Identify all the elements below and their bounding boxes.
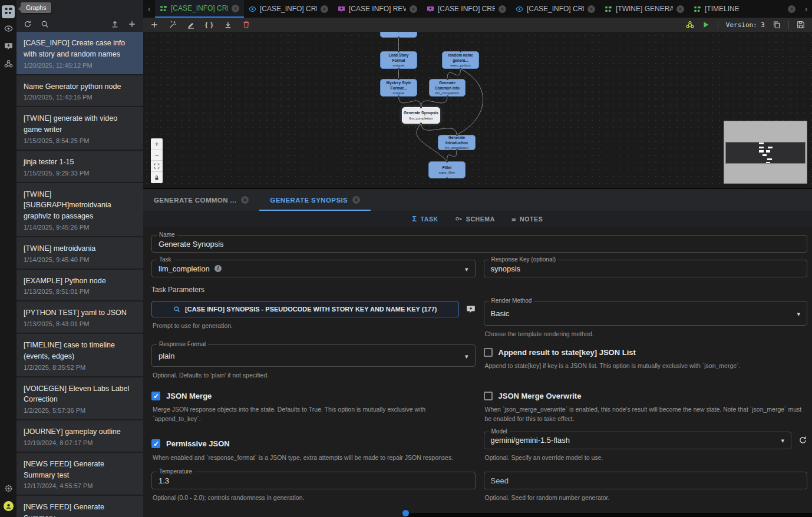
graph-node[interactable]: random name genera...exec_python [442,51,479,69]
graph-canvas[interactable]: + − state_inkeyLoad Story Formatsnippetr… [143,32,812,188]
horizontal-scrollbar[interactable] [406,513,812,517]
editor-tab-2[interactable]: [CASE INFO] REVI...× [333,0,422,18]
response-key-field[interactable]: Response Key (optional) synopsis [484,260,808,277]
webhook-icon [4,59,13,71]
account-avatar[interactable] [4,501,14,511]
checkbox[interactable] [484,348,493,357]
lock-button[interactable] [151,172,163,183]
prompts-nav-button[interactable] [2,41,15,54]
notes-icon [511,215,516,224]
close-icon[interactable]: × [587,5,595,13]
zoom-out-button[interactable]: − [151,150,163,161]
name-field[interactable]: Name Generate Synopsis [151,235,807,253]
list-item[interactable]: [VOICEGEN] Eleven Labs Label Correction1… [16,377,143,420]
graph-node[interactable]: Generate Introductionllm_completion [438,135,476,150]
graph-node[interactable]: state_inkey [380,32,417,38]
scroll-handle[interactable] [402,510,409,516]
refresh-models-button[interactable] [798,436,807,445]
list-item[interactable]: [TIMELINE] case to timeline (events, edg… [16,334,143,376]
append-to-key-checkbox[interactable]: Append result to state[key] JSON List [484,347,808,357]
list-item[interactable]: [EXAMPLE] Python node1/13/2025, 8:51:01 … [16,270,143,301]
permissive-json-checkbox[interactable]: Permissive JSON [151,439,476,449]
prompt-select-button[interactable]: [CASE INFO] SYNOPSIS - PSEUDOCODE WITH S… [151,301,459,317]
temperature-field[interactable]: Temperature 1.3 [151,472,476,489]
seed-helper: Optional. Seed for random number generat… [485,493,807,502]
info-icon[interactable] [214,265,222,272]
hooks-nav-button[interactable] [2,58,15,71]
close-icon[interactable] [241,196,249,204]
list-item[interactable]: [NEWS FEED] Generate Summary test12/17/2… [16,453,143,495]
list-item[interactable]: [NEWS FEED] Generate Summary12/17/2024, … [16,496,143,517]
editor-tab-bar: ‹ [CASE_INFO] CRE...×[CASE_INFO] CRE...×… [143,0,812,18]
close-icon[interactable]: × [676,5,684,13]
close-icon[interactable]: × [788,5,796,13]
fit-view-button[interactable] [151,161,163,172]
close-icon[interactable]: × [499,5,506,13]
model-select[interactable]: Model gemini/gemini-1.5-flash [484,432,792,449]
graph-node[interactable]: Mystery Style Format...snippet [380,79,417,97]
tab-schema[interactable]: SCHEMA [455,215,495,224]
add-node-button[interactable] [150,21,159,29]
tabs-scroll-left-button[interactable]: ‹ [143,0,155,18]
editor-tab-3[interactable]: [CASE INFO] CRE...× [422,0,511,18]
render-method-select[interactable]: Render Method Basic [484,301,808,326]
response-format-select[interactable]: Response Format plain [151,344,476,367]
upload-icon[interactable] [111,20,119,28]
minimap-node [763,154,767,157]
list-item[interactable]: [TWINE][SUBGRAPH]metroidvania graphviz t… [16,183,143,236]
close-icon[interactable]: × [321,5,328,13]
close-icon[interactable] [352,196,360,204]
watchers-nav-button[interactable] [2,23,15,36]
json-merge-checkbox[interactable]: JSON Merge [151,390,476,401]
checkbox[interactable] [151,392,160,400]
play-button[interactable] [702,21,710,29]
auto-layout-wand-button[interactable] [169,21,177,29]
editor-tab-0[interactable]: [CASE_INFO] CRE...× [155,0,244,18]
download-icon[interactable] [224,21,232,29]
edit-title-pencil-button[interactable] [187,21,195,29]
editor-tab-4[interactable]: [CASE_INFO] CRE...× [511,0,600,18]
refresh-icon[interactable] [24,20,32,28]
editor-tab-5[interactable]: [TWINE] GENERAT...× [600,0,689,18]
tab-task[interactable]: TASK [412,215,438,223]
list-item[interactable]: [JOURNEY] gameplay outline12/19/2024, 8:… [16,420,143,452]
editor-tab-6[interactable]: [TIMELINE× [689,0,800,18]
tabs-scroll-right-button[interactable]: › [800,0,812,18]
seed-field[interactable]: Seed [484,472,808,489]
list-item[interactable]: [TWINE] metroidvania1/14/2025, 9:45:40 P… [16,237,143,269]
node-tab-generate-synopsis[interactable]: GENERATE SYNOPSIS [259,189,371,211]
json-merge-overwrite-helper: When `json_merge_overwrite` is enabled, … [485,405,807,423]
graph-node[interactable]: Generate Common Infollm_completion [429,79,466,97]
close-icon[interactable]: × [410,5,417,13]
save-icon[interactable] [797,21,805,29]
graph-node[interactable]: Load Story Formatsnippet [380,51,417,69]
checkbox[interactable] [151,439,160,448]
tab-notes[interactable]: NOTES [511,215,543,224]
graph-node[interactable]: Generate Synopsisllm_completion [402,107,440,124]
json-merge-overwrite-checkbox[interactable]: JSON Merge Overwrite [484,390,808,401]
list-item[interactable]: [TWINE] generate with video game writer1… [16,107,143,150]
graph-node[interactable]: Filterstate_filter [428,161,466,178]
zoom-in-button[interactable]: + [151,138,163,150]
add-graph-button[interactable] [128,20,136,28]
task-select[interactable]: Task llm_completion [151,260,476,277]
edit-json-button[interactable]: { } [205,21,214,28]
list-item[interactable]: jinja tester 1-151/15/2025, 9:29:33 PM [16,151,143,182]
append-to-key-helper: Append to state[key] if key is a JSON li… [485,362,807,370]
close-icon[interactable]: × [232,5,239,12]
graphs-nav-button[interactable] [2,5,15,18]
checkbox[interactable] [484,392,493,400]
list-item[interactable]: [PYTHON TEST] yaml to JSON1/13/2025, 8:4… [16,301,143,333]
copy-icon[interactable] [773,21,781,29]
minimap[interactable] [724,121,807,184]
search-icon[interactable] [41,20,49,28]
editor-tab-1[interactable]: [CASE_INFO] CRE...× [244,0,333,18]
list-item[interactable]: [CASE_INFO] Create case info with story … [16,32,143,74]
comment-plus-icon[interactable] [466,304,476,314]
list-item[interactable]: Name Generator python node1/20/2025, 11:… [16,75,143,107]
settings-button[interactable] [2,483,15,496]
webhook-run-icon[interactable] [686,21,694,29]
node-tab-generate-common[interactable]: GENERATE COMMON ... [143,189,259,211]
delete-trash-button[interactable] [242,21,250,29]
app-window: Graphs Graphs [CASE_INFO] Create case in… [0,0,812,517]
